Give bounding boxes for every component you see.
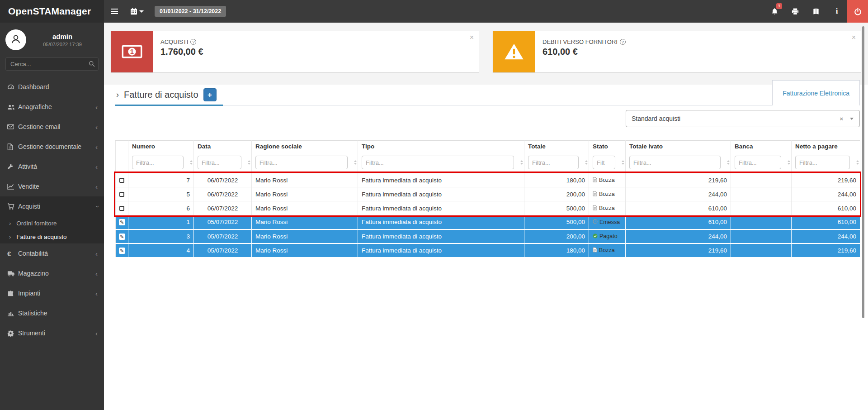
status-label: Bozza — [599, 247, 615, 253]
sidebar-toggle-button[interactable] — [104, 0, 125, 23]
help-icon[interactable]: ? — [620, 39, 626, 45]
cell-stato: Bozza — [589, 243, 626, 257]
draft-icon — [593, 177, 597, 184]
checkbox-icon[interactable] — [119, 178, 124, 183]
sidebar-subitem-fatture-di-acquisto[interactable]: ›Fatture di acquisto — [0, 230, 104, 243]
app-logo: OpenSTAManager — [0, 0, 104, 23]
cell-data: 05/07/2022 — [194, 243, 252, 257]
filter-input-ragione-sociale[interactable] — [255, 156, 348, 169]
filter-input-totale-ivato[interactable] — [629, 156, 721, 169]
sidebar-item-strumenti[interactable]: Strumenti‹ — [0, 323, 104, 343]
chevron-right-icon[interactable]: › — [116, 90, 119, 100]
date-range-badge[interactable]: 01/01/2022 - 31/12/2022 — [155, 6, 226, 17]
close-icon[interactable]: × — [470, 34, 474, 41]
filter-input-data[interactable] — [198, 156, 241, 169]
logout-button[interactable] — [847, 0, 868, 23]
help-icon[interactable]: ? — [190, 39, 196, 45]
clear-icon[interactable]: × — [840, 115, 843, 122]
sidebar-item-statistiche[interactable]: Statistiche — [0, 303, 104, 323]
print-button[interactable] — [785, 0, 806, 23]
close-icon[interactable]: × — [852, 34, 856, 41]
sidebar-item-contabilit[interactable]: €Contabilità‹ — [0, 243, 104, 263]
table-row[interactable]: ✎405/07/2022Mario RossiFattura immediata… — [116, 243, 860, 257]
dashboard-icon — [7, 84, 18, 90]
search-input[interactable] — [5, 57, 99, 71]
cell-totale: 180,00 — [524, 243, 589, 257]
checkbox-checked-icon[interactable]: ✎ — [119, 219, 125, 225]
notification-count-badge: 1 — [776, 3, 782, 9]
notifications-button[interactable]: 1 — [764, 0, 785, 23]
page-title: Fatture di acquisto — [124, 90, 198, 100]
column-header-ragione-sociale: Ragione sociale — [252, 141, 358, 153]
filter-input-totale[interactable] — [528, 156, 579, 169]
truck-icon — [7, 270, 18, 277]
view-select[interactable]: Standard acquisti × — [626, 110, 860, 127]
chevron-down-icon — [139, 10, 144, 13]
sort-arrows[interactable] — [585, 160, 588, 165]
filter-input-tipo[interactable] — [362, 156, 514, 169]
cell-tipo: Fattura immediata di acquisto — [358, 173, 524, 187]
filter-input-stato[interactable] — [593, 156, 615, 169]
cell-data: 06/07/2022 — [194, 187, 252, 201]
add-record-button[interactable]: + — [203, 88, 217, 101]
sidebar-item-acquisti[interactable]: Acquisti‹ — [0, 196, 104, 216]
cell-stato: Pagato — [589, 229, 626, 243]
checkbox-icon[interactable] — [119, 192, 124, 197]
sidebar-subitem-ordini-fornitore[interactable]: ›Ordini fornitore — [0, 216, 104, 230]
sort-arrows[interactable] — [520, 160, 523, 165]
user-avatar[interactable] — [5, 29, 26, 50]
card-label: ACQUISTI — [160, 38, 188, 45]
cell-totale-ivato: 610,00 — [626, 201, 731, 215]
sort-arrows[interactable] — [248, 160, 250, 165]
filter-cell-tipo — [358, 153, 524, 173]
cell-numero: 5 — [128, 187, 194, 201]
tab-fatturazione-elettronica[interactable]: Fatturazione Elettronica — [772, 80, 860, 105]
invoices-table: NumeroDataRagione socialeTipoTotaleStato… — [115, 140, 860, 258]
chevron-left-icon: ‹ — [95, 123, 98, 131]
cell-data: 05/07/2022 — [194, 215, 252, 229]
filter-input-banca[interactable] — [735, 156, 781, 169]
sidebar-subitem-label: Fatture di acquisto — [16, 234, 66, 240]
checkbox-checked-icon[interactable]: ✎ — [119, 234, 125, 240]
cell-totale-ivato: 219,60 — [626, 243, 731, 257]
table-row[interactable]: 706/07/2022Mario RossiFattura immediata … — [116, 173, 860, 187]
table-row[interactable]: 506/07/2022Mario RossiFattura immediata … — [116, 187, 860, 201]
table-row[interactable]: 606/07/2022Mario RossiFattura immediata … — [116, 201, 860, 215]
sort-arrows[interactable] — [788, 160, 790, 165]
sidebar-item-vendite[interactable]: Vendite‹ — [0, 176, 104, 196]
sidebar-item-attivit[interactable]: Attività‹ — [0, 157, 104, 176]
sidebar-item-label: Anagrafiche — [18, 103, 95, 110]
sort-arrows[interactable] — [622, 160, 624, 165]
chevron-left-icon: ‹ — [95, 103, 98, 111]
cell-netto-a-pagare: 610,00 — [792, 215, 860, 229]
row-select-cell — [116, 173, 128, 187]
column-header-totale-ivato: Totale ivato — [626, 141, 731, 153]
sidebar-item-dashboard[interactable]: Dashboard — [0, 77, 104, 97]
checkbox-checked-icon[interactable]: ✎ — [119, 248, 125, 254]
checkbox-icon[interactable] — [119, 206, 124, 211]
table-row[interactable]: ✎105/07/2022Mario RossiFattura immediata… — [116, 215, 860, 229]
cell-netto-a-pagare: 244,00 — [792, 187, 860, 201]
sort-arrows[interactable] — [856, 160, 859, 165]
select-all-column-header — [116, 141, 128, 153]
sort-arrows[interactable] — [727, 160, 730, 165]
sidebar-item-anagrafiche[interactable]: Anagrafiche‹ — [0, 97, 104, 117]
sort-arrows[interactable] — [354, 160, 357, 165]
table-row[interactable]: ✎305/07/2022Mario RossiFattura immediata… — [116, 229, 860, 243]
sidebar-item-gestione-documentale[interactable]: Gestione documentale‹ — [0, 137, 104, 157]
cell-numero: 7 — [128, 173, 194, 187]
cell-banca — [731, 201, 792, 215]
period-calendar-button[interactable] — [125, 0, 149, 23]
filter-input-numero[interactable] — [132, 156, 184, 169]
sidebar-item-impianti[interactable]: Impianti‹ — [0, 283, 104, 303]
vertical-scrollbar[interactable] — [862, 26, 864, 318]
sort-arrows[interactable] — [190, 160, 193, 165]
filter-input-netto-a-pagare[interactable] — [795, 156, 850, 169]
docs-button[interactable] — [806, 0, 826, 23]
chevron-down-icon: ‹ — [93, 205, 100, 208]
sidebar-item-magazzino[interactable]: Magazzino‹ — [0, 263, 104, 283]
search-icon[interactable] — [89, 61, 95, 69]
info-button[interactable]: i — [826, 0, 847, 23]
cell-ragione-sociale: Mario Rossi — [252, 243, 358, 257]
sidebar-item-gestione-email[interactable]: Gestione email‹ — [0, 117, 104, 137]
